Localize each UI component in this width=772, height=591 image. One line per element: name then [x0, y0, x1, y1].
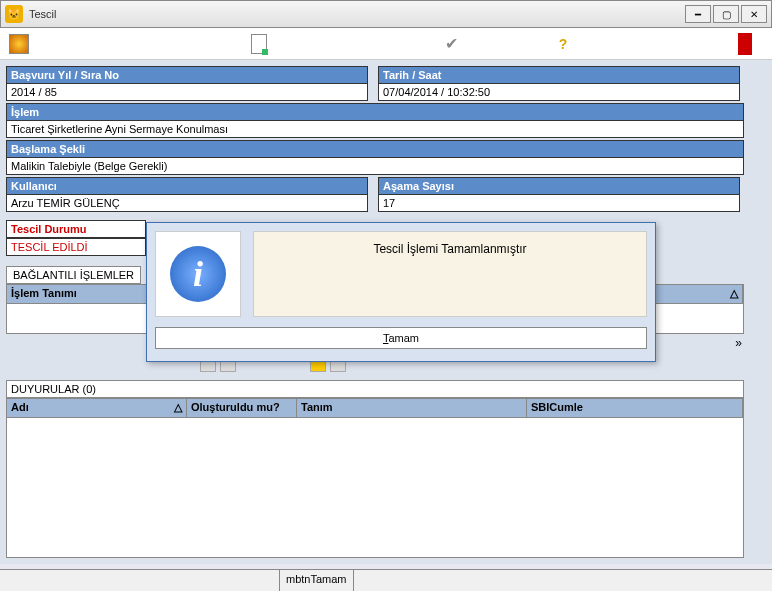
duyurular-grid-body[interactable] [6, 418, 744, 558]
status-hint: mbtnTamam [280, 570, 354, 591]
tescil-durumu-value: TESCİL EDİLDİ [6, 238, 146, 256]
duyurular-grid-header: Adı △ Oluşturuldu mu? Tanım SBICumle [6, 398, 744, 418]
col-tanim[interactable]: Tanım [297, 399, 527, 417]
tarih-value[interactable]: 07/04/2014 / 10:32:50 [378, 83, 740, 101]
maximize-button[interactable]: ▢ [713, 5, 739, 23]
dialog-message: Tescil İşlemi Tamamlanmıştır [253, 231, 647, 317]
kullanici-value[interactable]: Arzu TEMİR GÜLENÇ [6, 194, 368, 212]
titlebar: 🐱 Tescil ━ ▢ ✕ [0, 0, 772, 28]
linked-header: BAĞLANTILI İŞLEMLER [6, 266, 141, 284]
window-title: Tescil [29, 8, 685, 20]
col-sbicumle[interactable]: SBICumle [527, 399, 743, 417]
basvuru-value[interactable]: 2014 / 85 [6, 83, 368, 101]
basvuru-label: Başvuru Yıl / Sıra No [6, 66, 368, 83]
statusbar: mbtnTamam [0, 569, 772, 591]
minimize-button[interactable]: ━ [685, 5, 711, 23]
baslama-value[interactable]: Malikin Talebiyle (Belge Gerekli) [6, 157, 744, 175]
toolbar: ✔ ? [0, 28, 772, 60]
close-button[interactable]: ✕ [741, 5, 767, 23]
duyurular-header: DUYURULAR (0) [6, 380, 744, 398]
ok-button[interactable]: Tamam [155, 327, 647, 349]
baslama-label: Başlama Şekli [6, 140, 744, 157]
help-icon[interactable]: ? [552, 33, 574, 55]
document-icon[interactable] [248, 33, 270, 55]
info-icon: i [155, 231, 241, 317]
col-olusturuldu[interactable]: Oluşturuldu mu? [187, 399, 297, 417]
check-icon[interactable]: ✔ [440, 33, 462, 55]
exit-icon[interactable] [734, 33, 756, 55]
tarih-label: Tarih / Saat [378, 66, 740, 83]
asama-value[interactable]: 17 [378, 194, 740, 212]
tescil-durumu-label: Tescil Durumu [6, 220, 146, 238]
home-icon[interactable] [8, 33, 30, 55]
kullanici-label: Kullanıcı [6, 177, 368, 194]
islem-value[interactable]: Ticaret Şirketlerine Ayni Sermaye Konulm… [6, 120, 744, 138]
duyurular-section: DUYURULAR (0) Adı △ Oluşturuldu mu? Tanı… [6, 380, 744, 558]
asama-label: Aşama Sayısı [378, 177, 740, 194]
status-cell-1 [0, 570, 280, 591]
col-adi[interactable]: Adı △ [7, 399, 187, 417]
info-dialog: i Tescil İşlemi Tamamlanmıştır Tamam [146, 222, 656, 362]
islem-label: İşlem [6, 103, 744, 120]
app-icon: 🐱 [5, 5, 23, 23]
